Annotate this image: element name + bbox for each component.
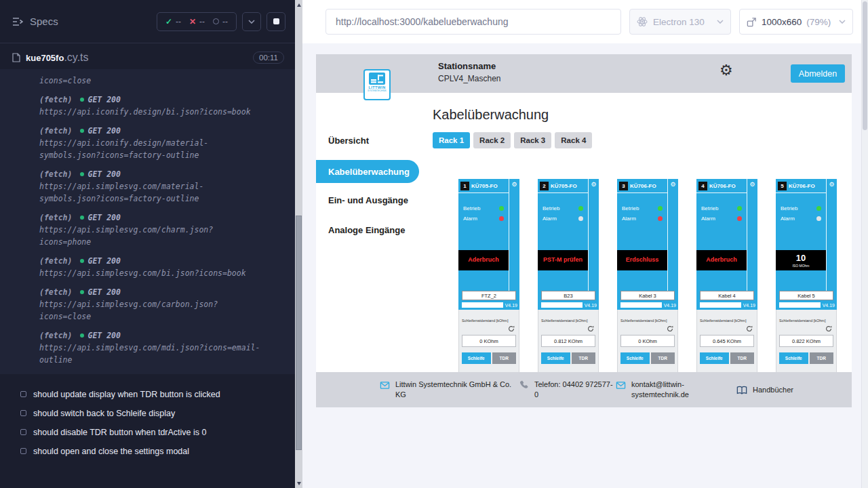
test-item[interactable]: should disable TDR button when tdrActive…: [0, 423, 295, 442]
cable-name: Kabel 5: [779, 291, 833, 300]
scrollbar-track[interactable]: [295, 9, 302, 479]
tab-rack-3[interactable]: Rack 3: [514, 132, 551, 148]
status-ok-dot: [80, 259, 84, 263]
tab-rack-2[interactable]: Rack 2: [473, 132, 511, 148]
status-ok-dot: [80, 129, 84, 133]
card-model-label: KÜ705-FO: [471, 183, 498, 189]
page-title: Kabelüberwachung: [433, 107, 852, 123]
rack-tabs: Rack 1 Rack 2 Rack 3 Rack 4: [433, 132, 852, 148]
footer-email[interactable]: kontakt@littwin-systemtechnik.de: [616, 380, 736, 400]
viewport-size: 1000x660: [762, 17, 802, 27]
card-settings-gear-icon[interactable]: ⚙: [591, 182, 596, 291]
test-state-icon: [20, 448, 26, 454]
test-item[interactable]: should switch back to Schleife display: [0, 404, 295, 423]
betrieb-led: [737, 206, 742, 211]
test-item[interactable]: should update display when TDR button is…: [0, 385, 295, 404]
scroll-down-arrow[interactable]: [295, 479, 302, 488]
browser-selector[interactable]: Electron 130: [629, 9, 731, 35]
chevron-down-icon: [248, 20, 255, 24]
request-url: https://api.simplesvg.com/mdi.json?icons…: [39, 342, 262, 366]
crane-logo-icon: [369, 73, 385, 85]
fetch-log-entry[interactable]: (fetch)GET 200 https://api.simplesvg.com…: [39, 329, 262, 366]
request-url: https://api.iconify.design/material-symb…: [39, 137, 262, 161]
alarm-label: Alarm: [622, 216, 636, 222]
fetch-log-entry[interactable]: (fetch)GET 200 https://api.simplesvg.com…: [39, 211, 262, 248]
page-scrollbar-thumb[interactable]: [863, 1, 867, 130]
schleife-button[interactable]: Schleife: [620, 352, 650, 364]
fetch-log-entry[interactable]: (fetch)GET 200 https://api.simplesvg.com…: [39, 255, 262, 279]
betrieb-label: Betrieb: [463, 205, 480, 211]
refresh-icon[interactable]: [825, 325, 832, 332]
card-settings-gear-icon[interactable]: ⚙: [670, 182, 675, 291]
scroll-up-arrow[interactable]: [295, 0, 302, 9]
schleife-button[interactable]: Schleife: [779, 352, 808, 364]
fetch-log-entry[interactable]: (fetch)GET 200 https://api.iconify.desig…: [39, 125, 262, 161]
request-url: https://api.iconify.design/bi.json?icons…: [39, 106, 262, 118]
card-settings-gear-icon[interactable]: ⚙: [511, 182, 517, 291]
refresh-icon[interactable]: [746, 325, 753, 332]
tdr-button[interactable]: TDR: [492, 352, 516, 364]
version-bar: [779, 302, 821, 308]
status-ok-dot: [80, 172, 84, 176]
tdr-button[interactable]: TDR: [651, 352, 675, 364]
page-scrollbar[interactable]: [861, 0, 868, 488]
specs-toggle[interactable]: Specs: [12, 16, 58, 27]
spec-row[interactable]: kue705fo.cy.ts 00:11: [0, 43, 295, 69]
passed-icon: ✓: [165, 17, 172, 26]
schleife-button[interactable]: Schleife: [541, 352, 570, 364]
viewport-zoom: (79%): [806, 17, 831, 27]
tdr-button[interactable]: TDR: [572, 352, 595, 364]
email-icon: [616, 380, 626, 390]
alarm-led: [737, 216, 742, 221]
fetch-log-entry[interactable]: (fetch)GET 200 https://api.simplesvg.com…: [39, 286, 262, 323]
measurement-label: Schleifenwiderstand [kOhm]: [541, 319, 595, 323]
fetch-log-entry[interactable]: (fetch)GET 200 https://api.simplesvg.com…: [39, 168, 262, 205]
stop-button[interactable]: [267, 12, 285, 31]
footer-manuals[interactable]: Handbücher: [736, 385, 793, 395]
logout-button[interactable]: Abmelden: [791, 64, 845, 83]
sidebar-item-ein-und-ausgaenge[interactable]: Ein- und Ausgänge: [316, 190, 433, 210]
card-settings-gear-icon[interactable]: ⚙: [749, 182, 755, 291]
collapse-button[interactable]: [242, 12, 261, 31]
device-card-1: 1 KÜ705-FO Betrieb Alarm Aderbruch: [458, 179, 519, 379]
scrollbar-thumb[interactable]: [296, 216, 302, 450]
sidebar-item-uebersicht[interactable]: Übersicht: [316, 130, 433, 150]
cable-name: Kabel 3: [620, 291, 675, 300]
firmware-version: V4.19: [585, 303, 597, 308]
footer-phone: Telefon: 04402 972577-0: [519, 380, 616, 400]
test-item[interactable]: should open and close the settings modal: [0, 442, 295, 461]
settings-gear-icon[interactable]: ⚙: [719, 63, 733, 78]
refresh-icon[interactable]: [508, 325, 515, 332]
tdr-button[interactable]: TDR: [810, 352, 833, 364]
app-footer: Littwin Systemtechnik GmbH & Co. KG Tele…: [316, 372, 852, 407]
runner-scrollbar[interactable]: [295, 0, 302, 488]
url-input[interactable]: http://localhost:3000/kabelueberwachung: [326, 9, 621, 35]
sidebar-item-analoge-eingaenge[interactable]: Analoge Eingänge: [316, 220, 433, 240]
test-state-icon: [20, 410, 26, 416]
request-url: https://api.simplesvg.com/material-symbo…: [39, 180, 262, 205]
stat-failed: ✕--: [189, 17, 205, 26]
phone-icon: [519, 380, 529, 390]
refresh-icon[interactable]: [667, 325, 673, 332]
card-settings-gear-icon[interactable]: ⚙: [829, 182, 834, 291]
stat-passed: ✓--: [165, 17, 181, 26]
iso-value: 10: [796, 253, 806, 262]
aut-stage: LITTWIN SYSTEMTECHNIK Stationsname CPLV4…: [302, 43, 868, 488]
tdr-button[interactable]: TDR: [730, 352, 754, 364]
electron-icon: [637, 16, 648, 27]
schleife-button[interactable]: Schleife: [462, 352, 491, 364]
fetch-log-entry[interactable]: (fetch)GET 200 https://api.iconify.desig…: [39, 94, 262, 118]
card-number-badge: 3: [619, 182, 628, 190]
alarm-label: Alarm: [701, 216, 715, 222]
chevron-down-icon: [839, 20, 846, 24]
status-ok-dot: [80, 98, 84, 102]
measurement-label: Schleifenwiderstand [kOhm]: [620, 319, 675, 323]
tab-rack-1[interactable]: Rack 1: [433, 132, 470, 148]
schleife-button[interactable]: Schleife: [700, 352, 729, 364]
betrieb-led: [658, 206, 663, 211]
sidebar-item-kabelueberwachung[interactable]: Kabelüberwachung: [316, 160, 419, 183]
viewport-selector[interactable]: 1000x660 (79%): [739, 9, 853, 35]
tab-rack-4[interactable]: Rack 4: [555, 132, 592, 148]
refresh-icon[interactable]: [587, 325, 594, 332]
firmware-version: V4.19: [743, 303, 755, 308]
